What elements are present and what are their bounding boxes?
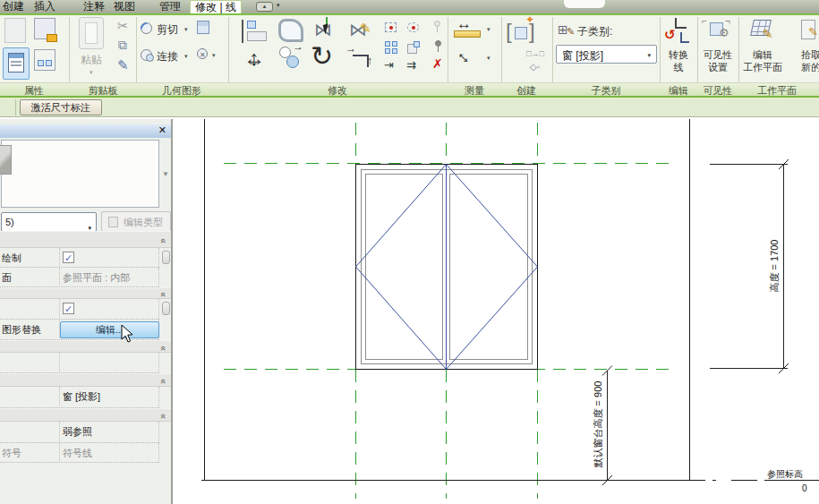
trim-extend-corner-button[interactable]: → ↑ — [347, 46, 376, 73]
property-value[interactable]: 参照平面 : 内部 — [63, 271, 130, 285]
level-name: 参照标高 — [767, 469, 803, 479]
family-category-button[interactable] — [4, 18, 26, 43]
boundary-lines[interactable] — [201, 119, 705, 481]
associate-parameter-button[interactable] — [162, 302, 170, 315]
offset-button[interactable] — [278, 19, 303, 42]
draw-checkbox[interactable]: ✓ — [63, 252, 74, 263]
level-line[interactable]: 参照标高 0 — [712, 469, 819, 493]
trim-multiple-icon[interactable]: ⇉ — [406, 58, 416, 72]
edit-work-plane-button[interactable]: ✎ — [750, 18, 775, 45]
close-icon[interactable]: ✕ — [158, 124, 166, 136]
create-similar-icon[interactable]: □→□ — [526, 49, 544, 58]
edit-overrides-button[interactable]: 编辑... — [60, 321, 159, 338]
move-button[interactable]: ↔ ↕ — [241, 44, 269, 73]
properties-palette-button[interactable] — [3, 47, 30, 80]
type-properties-button[interactable] — [34, 49, 55, 71]
format-brush-icon[interactable]: ✎ — [117, 57, 129, 73]
cut-geometry-caret-icon[interactable]: ▾ — [184, 26, 188, 33]
create-assembly-icon[interactable]: ◇▫ — [530, 62, 540, 72]
pick-new-label-1[interactable]: 拾取 — [784, 48, 819, 62]
property-value[interactable]: 符号线 — [63, 447, 92, 460]
section-header[interactable]: « — [0, 408, 171, 422]
elevation-view[interactable]: 参照标高 0 高度 = 1700 — [173, 117, 819, 504]
visibility-settings-button[interactable]: ⌐ ¬ ⚙ — [705, 18, 730, 45]
family-types-button[interactable] — [34, 18, 55, 39]
tab-manage[interactable]: 管理 — [159, 1, 181, 13]
associate-parameter-button[interactable] — [162, 251, 170, 264]
edit-type-label: 编辑类型 — [124, 216, 163, 229]
align-button[interactable] — [242, 20, 269, 43]
type-selector-dropdown[interactable]: 5) ▾ — [1, 212, 97, 232]
demolish-icon[interactable]: ✕ — [197, 48, 208, 59]
folder-icon — [47, 34, 57, 42]
section-header[interactable]: « — [0, 287, 171, 299]
height-dimension[interactable]: 高度 = 1700 — [710, 159, 789, 373]
tab-view[interactable]: 视图 — [114, 1, 135, 13]
copy-clipboard-icon[interactable]: ⧉ — [118, 38, 127, 53]
activate-dimensions-button[interactable]: 激活尺寸标注 — [20, 99, 102, 115]
paste-button-label[interactable]: 粘贴 — [81, 53, 102, 68]
paste-button-icon[interactable] — [79, 17, 104, 49]
section-header[interactable]: « — [0, 231, 171, 248]
section-header[interactable]: « — [0, 373, 171, 387]
wrench-icon: ⚙ — [719, 26, 729, 39]
selected-symbol-lines[interactable] — [356, 165, 538, 370]
delete-icon[interactable]: ✗ — [432, 56, 443, 71]
measure-caret-icon[interactable]: ▾ — [487, 26, 491, 33]
collapse-chevron-icon[interactable]: « — [158, 238, 168, 243]
pick-new-host-button[interactable]: ✎ — [799, 18, 819, 45]
paste-caret-icon[interactable]: ▾ — [90, 69, 93, 76]
create-group-button[interactable]: [ ] ✦ — [506, 17, 538, 49]
convert-lines-button[interactable]: ↺ — [666, 18, 689, 45]
tab-insert[interactable]: 插入 — [34, 1, 55, 13]
join-geometry-icon — [141, 49, 152, 61]
split-element-icon[interactable] — [385, 22, 397, 32]
subcategory-dropdown[interactable]: 窗 [投影] ▾ — [556, 45, 657, 64]
join-geometry-button[interactable]: 连接 — [157, 49, 178, 64]
edit-type-button[interactable]: 编辑类型 — [101, 211, 171, 232]
section-header[interactable]: « — [0, 340, 171, 353]
pick-new-label-2[interactable]: 新的 — [784, 61, 819, 74]
edit-work-plane-label-2[interactable]: 工作平面 — [736, 61, 789, 74]
ribbon-minimize-toggle-icon[interactable]: ▲ — [256, 2, 273, 12]
split-with-gap-icon[interactable] — [407, 22, 419, 32]
rotate-button[interactable]: ↻ — [311, 40, 333, 72]
measure-button[interactable] — [454, 30, 481, 38]
sill-dimension[interactable]: 默认窗台高度 = 900 — [593, 366, 612, 486]
copy-button[interactable]: → — [278, 46, 305, 71]
tab-modify-line-active[interactable]: 修改 | 线 — [190, 0, 242, 13]
property-row-workplane: 面 参照平面 : 内部 — [0, 268, 171, 287]
trim-single-icon[interactable]: ⇥ — [384, 58, 394, 72]
panel-label-strip: 属性 剪贴板 几何图形 修改 测量 创建 子类别 编辑 可见性 工作平面 — [0, 82, 819, 96]
solid-cube-icon[interactable] — [197, 21, 209, 34]
mirror-draw-axis-button[interactable]: ⋈ ✎ — [347, 17, 376, 44]
property-value[interactable]: 窗 [投影] — [63, 390, 100, 404]
property-row-graphic-overrides: 图形替换 编辑... — [0, 320, 171, 340]
cut-clipboard-icon[interactable]: ✂ — [117, 18, 129, 34]
collapse-chevron-icon[interactable]: « — [158, 292, 168, 296]
property-name: 面 — [2, 271, 12, 285]
preview-caret-icon[interactable]: ▼ — [162, 170, 169, 178]
demolish-caret-icon[interactable]: ▾ — [212, 52, 216, 59]
collapse-chevron-icon[interactable]: « — [158, 346, 168, 350]
ribbon: 粘贴 ▾ ✂ ⧉ ✎ 剪切 ▾ 连接 ▾ ✕ ▾ ⋈ — [0, 15, 819, 96]
cut-geometry-button[interactable]: 剪切 — [157, 22, 178, 38]
collapse-chevron-icon[interactable]: « — [158, 414, 168, 418]
join-geometry-caret-icon[interactable]: ▾ — [184, 53, 188, 60]
edit-work-plane-label-1[interactable]: 编辑 — [736, 48, 789, 62]
height-dimension-text: 高度 = 1700 — [769, 239, 780, 292]
tab-create[interactable]: 创建 — [3, 1, 24, 13]
ribbon-toggle-caret-icon[interactable]: ▾ — [277, 2, 280, 9]
scale-icon[interactable] — [407, 41, 420, 54]
drawing-area[interactable]: 参照标高 0 高度 = 1700 — [173, 117, 819, 504]
aligned-dimension-icon[interactable]: ↔ — [452, 42, 479, 69]
property-value[interactable]: 弱参照 — [63, 425, 92, 439]
palette-title-bar[interactable]: ✕ — [0, 124, 171, 138]
visible-checkbox[interactable]: ✓ — [63, 303, 74, 314]
dimension-caret-icon[interactable]: ▾ — [487, 55, 491, 62]
array-icon[interactable] — [385, 41, 397, 54]
type-preview-box[interactable] — [1, 140, 159, 208]
tab-annotate[interactable]: 注释 — [83, 1, 105, 13]
collapse-chevron-icon[interactable]: « — [158, 379, 168, 383]
reference-planes[interactable] — [224, 123, 674, 499]
